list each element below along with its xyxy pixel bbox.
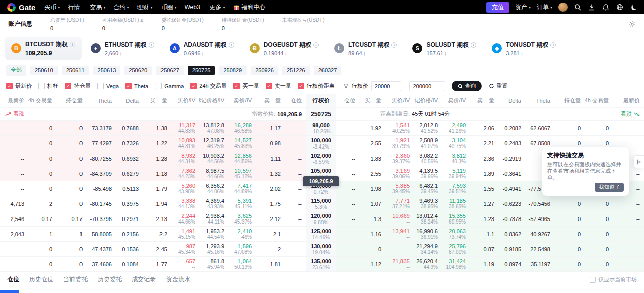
nav-item[interactable]: 福利中心 xyxy=(233,3,267,12)
price-down-arrow-icon: ↓ xyxy=(119,50,122,56)
popup-actions: 我知道了 xyxy=(547,183,624,192)
nav-item[interactable]: 币圈▾ xyxy=(160,3,176,12)
filter-checkbox[interactable]: 卖一量 xyxy=(266,82,291,90)
call-ask-qty: 1.81 xyxy=(256,257,285,271)
call-last-price: -- xyxy=(0,242,28,256)
acknowledge-button[interactable]: 我知道了 xyxy=(595,183,624,192)
strike-filter-label: 行权价 xyxy=(352,82,368,90)
option-row[interactable]: 2,546 0.17 0.17 -70.3796 0.2971 2.13 2,2… xyxy=(0,211,644,227)
expiry-date-tab[interactable]: 251226 xyxy=(282,66,310,75)
nav-item[interactable]: Web3 xyxy=(184,4,201,11)
filter-checkbox[interactable]: Theta xyxy=(125,83,148,89)
expiry-date-tab[interactable]: 250627 xyxy=(156,66,184,75)
quick-trade-popup: 支持快捷交易 您可以在交易面板内快速选择并在查看市场和相关信息完成下单。 我知道… xyxy=(542,147,629,196)
expiry-date-tab[interactable]: 250613 xyxy=(93,66,121,75)
market-tab[interactable]: Ł LTCUSDT 期权 89.64↓ xyxy=(328,37,403,60)
call-bid-iv: 2,24444.66% xyxy=(171,211,199,226)
option-row[interactable]: -- 0 0 -47.4378 0.1536 2.45 98745.34% 1,… xyxy=(0,242,644,257)
bottom-tab[interactable]: 当前委托 xyxy=(63,275,88,284)
call-24h-volume: 0 xyxy=(28,242,56,256)
column-header: 买一量 xyxy=(143,94,171,107)
orders-menu[interactable]: 订单▾ xyxy=(537,3,552,12)
bottom-tab[interactable]: 历史仓位 xyxy=(29,275,53,284)
market-tab[interactable]: B BTCUSDT 期权 109,205.9 xyxy=(5,37,82,60)
market-tab[interactable]: Ð DOGEUSDT 期权 0.19044↓ xyxy=(244,37,325,60)
call-bid-qty: 2.45 xyxy=(143,242,171,256)
put-open-interest: 0 xyxy=(554,257,585,271)
put-side: -- 1.3 10,669-- 13,012.438.24% 15,35560.… xyxy=(336,211,644,226)
option-row[interactable]: 4,713 2 0 -80.1745 0.3975 1.94 3,33844.1… xyxy=(0,196,644,211)
nav-item[interactable]: 更多▾ xyxy=(210,3,225,12)
call-ask-iv: 7,41744.89% xyxy=(228,181,256,196)
notifications-icon[interactable] xyxy=(602,3,610,11)
coin-meta: DOGEUSDT 期权 0.19044↓ xyxy=(264,41,319,56)
put-mark-iv: 3,082.240.56% xyxy=(414,151,442,166)
gate-logo[interactable]: Gate xyxy=(7,3,35,12)
expiry-date-tab[interactable]: 250829 xyxy=(219,66,247,75)
language-globe-icon[interactable] xyxy=(616,3,624,11)
reset-button[interactable]: 重置 xyxy=(489,82,507,90)
expiry-date-tab[interactable]: 250611 xyxy=(62,66,89,75)
option-row[interactable]: 2,043 1 1 -58.8005 0.2156 2.2 1,49145.15… xyxy=(0,227,644,242)
gate-logo-icon xyxy=(7,3,16,12)
filter-checkbox[interactable]: 最新价 xyxy=(6,82,32,90)
put-last-price: -- xyxy=(613,121,644,135)
download-app-icon[interactable] xyxy=(588,3,596,11)
bottom-tab[interactable]: 成交记录 xyxy=(132,275,156,284)
nav-item[interactable]: 买币▾ xyxy=(44,3,60,12)
collapse-panel-button[interactable] xyxy=(633,155,644,168)
market-tab[interactable]: S SOLUSDT 期权 157.61↓ xyxy=(406,37,482,60)
theme-moon-icon[interactable] xyxy=(630,3,638,11)
table-header-row: 最新价 24h 交易量 持仓量 Theta Delta 买一量 买价/IV 标记… xyxy=(0,94,644,108)
deposit-button[interactable]: 充值 xyxy=(486,2,509,13)
expiry-date-tab[interactable]: 260327 xyxy=(314,66,342,75)
bottom-tab[interactable]: 历史委托 xyxy=(98,275,122,284)
market-tab[interactable]: ◆ TONUSDT 期权 3.281↓ xyxy=(486,37,562,60)
call-last-price: 2,043 xyxy=(0,227,28,241)
expiry-date-tab[interactable]: 250610 xyxy=(30,66,58,75)
market-tab[interactable]: A ADAUSDT 期权 0.6946↓ xyxy=(164,37,240,60)
option-row[interactable]: -- 0 0 -37.4606 0.1084 1.77 657-- 861.84… xyxy=(0,257,644,272)
filter-checkbox[interactable]: Gamma xyxy=(155,83,184,89)
put-mark-iv: 2,508.941.07% xyxy=(414,136,442,151)
call-bid-iv: 10,09344.31% xyxy=(171,136,199,151)
filter-checkbox[interactable]: 行权价距离 xyxy=(298,82,335,90)
bottom-tab[interactable]: 资金流水 xyxy=(166,275,190,284)
filter-checkbox[interactable]: 24h 交易量 xyxy=(190,82,226,90)
strike-min-input[interactable] xyxy=(371,81,401,91)
call-mark-iv: 861.845.94% xyxy=(199,257,228,271)
market-tab[interactable]: ♦ ETHUSDT 期权 2,660↓ xyxy=(85,37,160,60)
expiry-date-tab[interactable]: 250725 xyxy=(188,66,215,75)
filter-checkbox[interactable]: 杠杆 xyxy=(38,82,58,90)
calls-section-label[interactable]: 看涨 xyxy=(5,110,24,118)
call-last-price: 2,546 xyxy=(0,211,28,226)
nav-item[interactable]: 合约▾ xyxy=(113,3,129,12)
strike-price: 100,000 -8.42% xyxy=(306,136,336,151)
strike-max-input[interactable] xyxy=(409,81,445,91)
filter-checkbox[interactable]: 持仓量 xyxy=(65,82,91,90)
option-row[interactable]: -- 0 0 -73.3179 0.7688 1.38 11,31744.83%… xyxy=(0,121,644,136)
assets-menu[interactable]: 资产▾ xyxy=(515,3,531,12)
filter-checkbox[interactable]: 买一量 xyxy=(233,82,259,90)
nav-item[interactable]: 行情 xyxy=(68,3,82,12)
nav-item[interactable]: 理财▾ xyxy=(137,3,152,12)
current-market-only-checkbox[interactable]: 仅显示当前市场 xyxy=(590,276,637,283)
search-icon[interactable] xyxy=(574,3,582,11)
column-header: 持仓量 xyxy=(554,94,585,107)
call-open-interest: 0 xyxy=(56,181,87,196)
user-avatar[interactable] xyxy=(558,3,568,12)
put-last-price: -- xyxy=(613,211,644,226)
put-side: -- 1.12 21,835-- 26,620.444.9% 31,424104… xyxy=(336,257,644,271)
settings-gear-icon[interactable] xyxy=(629,21,636,28)
call-bid-iv: 1,49145.15% xyxy=(171,227,199,241)
column-header: Delta xyxy=(116,94,143,107)
expiry-date-tab[interactable]: 250620 xyxy=(124,66,152,75)
expiry-date-tab[interactable]: 250926 xyxy=(251,66,278,75)
expiry-date-tab[interactable]: 全部 xyxy=(6,65,26,76)
search-button[interactable]: 查询 xyxy=(452,81,482,91)
account-field: 委托保证金(USDT) 0 xyxy=(162,17,204,31)
filter-checkbox[interactable]: Vega xyxy=(97,83,119,89)
nav-item[interactable]: 交易▾ xyxy=(90,3,105,12)
puts-section-label[interactable]: 看跌 xyxy=(621,110,640,118)
bottom-tab[interactable]: 仓位 xyxy=(7,275,19,284)
